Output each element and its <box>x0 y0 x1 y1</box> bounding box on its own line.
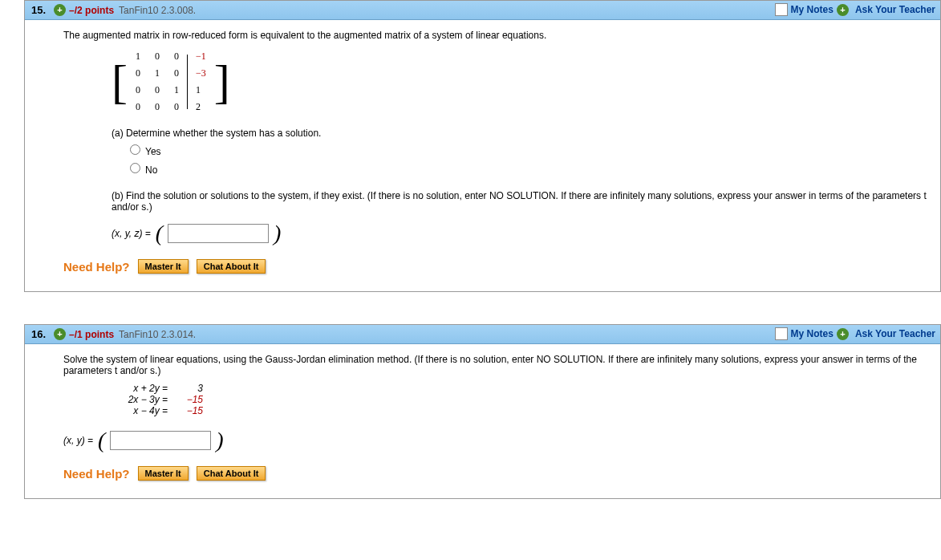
need-help: Need Help? Master It Chat About It <box>63 259 927 274</box>
answer-row: (x, y) = ( ) <box>63 428 927 453</box>
ask-teacher-link[interactable]: Ask Your Teacher <box>855 4 935 15</box>
my-notes-link[interactable]: My Notes <box>791 328 834 339</box>
question-15: 15. + –/2 points TanFin10 2.3.008. My No… <box>24 0 941 292</box>
my-notes-link[interactable]: My Notes <box>791 4 834 15</box>
equations: x + 2y =3 2x − 3y =−15 x − 4y =−15 <box>112 383 927 416</box>
question-number: 16. <box>31 328 46 340</box>
checkbox-icon[interactable] <box>775 327 788 340</box>
expand-icon[interactable]: + <box>54 328 66 340</box>
add-icon[interactable]: + <box>837 328 849 340</box>
answer-row: (x, y, z) = ( ) <box>112 221 927 246</box>
ask-teacher-link[interactable]: Ask Your Teacher <box>855 328 935 339</box>
checkbox-icon[interactable] <box>775 3 788 16</box>
intro-text: Solve the system of linear equations, us… <box>63 354 927 376</box>
part-a-prompt: (a) Determine whether the system has a s… <box>112 128 927 139</box>
master-it-button[interactable]: Master It <box>138 259 189 274</box>
header-links: My Notes + Ask Your Teacher <box>775 327 935 340</box>
chat-about-it-button[interactable]: Chat About It <box>197 259 266 274</box>
intro-text: The augmented matrix in row-reduced form… <box>63 30 927 41</box>
need-help: Need Help? Master It Chat About It <box>63 466 927 481</box>
expand-icon[interactable]: + <box>54 4 66 16</box>
question-body: The augmented matrix in row-reduced form… <box>25 20 940 291</box>
source: TanFin10 2.3.014. <box>119 329 196 340</box>
master-it-button[interactable]: Master It <box>138 466 189 481</box>
question-body: Solve the system of linear equations, us… <box>25 344 940 498</box>
radio-no[interactable]: No <box>126 160 927 176</box>
question-header: 15. + –/2 points TanFin10 2.3.008. My No… <box>25 1 940 20</box>
tuple-label: (x, y, z) = <box>112 228 151 239</box>
answer-input[interactable] <box>168 224 269 243</box>
add-icon[interactable]: + <box>837 4 849 16</box>
answer-input[interactable] <box>110 431 211 450</box>
source: TanFin10 2.3.008. <box>119 5 196 16</box>
header-links: My Notes + Ask Your Teacher <box>775 3 935 16</box>
chat-about-it-button[interactable]: Chat About It <box>197 466 266 481</box>
question-16: 16. + –/1 points TanFin10 2.3.014. My No… <box>24 324 941 499</box>
radio-yes[interactable]: Yes <box>126 142 927 157</box>
matrix: [ 100010001000 −1−312 ] <box>112 47 927 116</box>
points: –/2 points <box>69 5 114 16</box>
tuple-label: (x, y) = <box>63 435 93 446</box>
points: –/1 points <box>69 329 114 340</box>
question-header: 16. + –/1 points TanFin10 2.3.014. My No… <box>25 325 940 344</box>
question-number: 15. <box>31 4 46 16</box>
part-b-prompt: (b) Find the solution or solutions to th… <box>112 190 927 213</box>
